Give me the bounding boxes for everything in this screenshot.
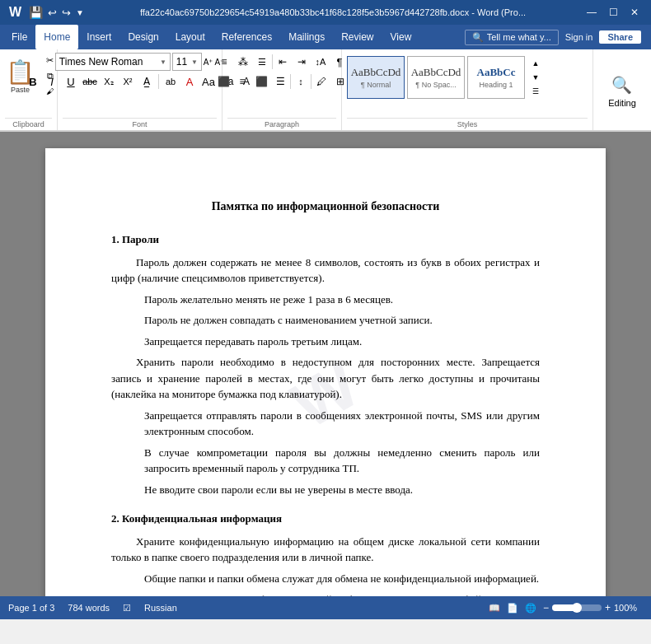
undo-icon[interactable]: ↩ bbox=[48, 7, 57, 19]
zoom-controls: − + 100% bbox=[543, 602, 643, 614]
section-1-bullet-7: Не вводите свои пароли если вы не уверен… bbox=[144, 482, 540, 498]
customize-icon[interactable]: ▼ bbox=[76, 8, 84, 17]
font-group: Times New Roman ▼ 11 ▼ A⁺ A⁻ B I U abc X… bbox=[58, 49, 222, 130]
section-1-bullet-3: Запрещается передавать пароль третьим ли… bbox=[144, 334, 540, 350]
styles-label: Styles bbox=[347, 118, 588, 130]
status-right: 📖 📄 🌐 − + 100% bbox=[489, 602, 643, 614]
separator bbox=[290, 74, 291, 89]
status-bar: Page 1 of 3 784 words ☑ Russian 📖 📄 🌐 − … bbox=[0, 596, 651, 619]
highlight-button[interactable]: ab bbox=[162, 72, 180, 91]
section-1-heading: 1. Пароли bbox=[111, 231, 540, 248]
quick-save-icon[interactable]: 💾 bbox=[29, 6, 43, 19]
subscript-button[interactable]: X₂ bbox=[100, 72, 118, 91]
section-2-bullet-1: Общие папки и папки обмена служат для об… bbox=[144, 571, 540, 587]
section-1-para-0: Пароль должен содержать не менее 8 симво… bbox=[111, 254, 540, 287]
styles-more-button[interactable]: ☰ bbox=[529, 86, 542, 97]
document-content[interactable]: Памятка по информационной безопасности 1… bbox=[111, 198, 540, 596]
section-2-bullet-2: После сканирования конфиденциальной инфо… bbox=[144, 591, 540, 596]
spell-check-icon[interactable]: ☑ bbox=[123, 603, 131, 614]
align-left-button[interactable]: ⬛ bbox=[214, 72, 232, 91]
shading-button[interactable]: 🖊 bbox=[312, 72, 330, 91]
document-area: W Памятка по информационной безопасности… bbox=[0, 132, 651, 596]
find-icon[interactable]: 🔍 bbox=[611, 75, 632, 95]
section-1-para-4: Хранить пароли необходимо в недоступном … bbox=[111, 354, 540, 403]
clipboard-label: Clipboard bbox=[5, 118, 52, 130]
multilevel-list-button[interactable]: ☰ bbox=[253, 53, 271, 71]
clear-format-button[interactable]: A̲ bbox=[138, 72, 156, 91]
separator bbox=[272, 54, 273, 69]
justify-button[interactable]: ☰ bbox=[271, 72, 289, 91]
numbering-button[interactable]: ⁂ bbox=[234, 53, 252, 71]
zoom-slider[interactable] bbox=[552, 604, 602, 611]
close-button[interactable]: ✕ bbox=[625, 4, 644, 21]
maximize-button[interactable]: ☐ bbox=[603, 4, 623, 21]
menu-references[interactable]: References bbox=[213, 25, 280, 49]
language[interactable]: Russian bbox=[144, 603, 177, 613]
editing-label: Editing bbox=[608, 98, 636, 108]
page-info: Page 1 of 3 bbox=[8, 603, 54, 613]
word-count: 784 words bbox=[68, 603, 110, 613]
line-spacing-button[interactable]: ↕ bbox=[292, 72, 310, 91]
style-normal[interactable]: AaBbCcDd ¶ Normal bbox=[347, 56, 405, 99]
style-no-spacing[interactable]: AaBbCcDd ¶ No Spac... bbox=[407, 56, 465, 99]
menu-view[interactable]: View bbox=[382, 25, 420, 49]
bullets-button[interactable]: ≡ bbox=[215, 53, 233, 71]
window-title: ffa22c40ac69750b229654c54919a480b33bc41f… bbox=[84, 7, 582, 17]
zoom-out-button[interactable]: − bbox=[543, 602, 549, 614]
tell-me-input[interactable]: 🔍Tell me what y... bbox=[465, 30, 559, 45]
strikethrough-button[interactable]: abc bbox=[81, 72, 99, 91]
minimize-button[interactable]: — bbox=[582, 4, 602, 21]
word-icon: W bbox=[7, 4, 24, 21]
align-center-button[interactable]: ≡ bbox=[233, 72, 251, 91]
menu-layout[interactable]: Layout bbox=[167, 25, 213, 49]
signin-button[interactable]: Sign in bbox=[565, 32, 593, 42]
decrease-indent-button[interactable]: ⇤ bbox=[274, 53, 292, 71]
paragraph-label: Paragraph bbox=[227, 118, 336, 130]
menu-review[interactable]: Review bbox=[333, 25, 382, 49]
menu-insert[interactable]: Insert bbox=[78, 25, 119, 49]
section-2-heading: 2. Конфиденциальная информация bbox=[111, 511, 540, 527]
font-size-selector[interactable]: 11 ▼ bbox=[172, 53, 202, 71]
share-button[interactable]: Share bbox=[599, 30, 641, 44]
editing-group: 🔍 Editing bbox=[593, 49, 651, 130]
menu-mailings[interactable]: Mailings bbox=[280, 25, 333, 49]
zoom-level[interactable]: 100% bbox=[614, 603, 643, 613]
style-heading1[interactable]: AaBbCc Heading 1 bbox=[467, 56, 525, 99]
separator bbox=[158, 74, 159, 89]
document-page: W Памятка по информационной безопасности… bbox=[45, 148, 606, 596]
redo-icon[interactable]: ↪ bbox=[62, 7, 71, 19]
paragraph-group: ≡ ⁂ ☰ ⇤ ⇥ ↕A ¶ ⬛ ≡ ⬛ ☰ ↕ 🖊 ⊞ Paragraph bbox=[222, 49, 342, 130]
font-label: Font bbox=[63, 118, 217, 130]
increase-font-button[interactable]: A⁺ bbox=[204, 58, 213, 67]
section-1-bullet-1: Пароль желательно менять не реже 1 раза … bbox=[144, 292, 540, 308]
window-controls: — ☐ ✕ bbox=[582, 4, 644, 21]
separator bbox=[311, 74, 311, 89]
section-2-para-0: Храните конфиденциальную информацию на о… bbox=[111, 534, 540, 566]
menu-design[interactable]: Design bbox=[119, 25, 166, 49]
align-right-button[interactable]: ⬛ bbox=[252, 72, 270, 91]
styles-scroll-up[interactable]: ▲ bbox=[529, 58, 542, 69]
section-1-bullet-2: Пароль не должен совпадать с наименовани… bbox=[144, 312, 540, 329]
styles-group: AaBbCcDd ¶ Normal AaBbCcDd ¶ No Spac... … bbox=[342, 49, 593, 130]
underline-button[interactable]: U bbox=[62, 72, 80, 91]
superscript-button[interactable]: X² bbox=[119, 72, 137, 91]
web-layout-icon[interactable]: 🌐 bbox=[525, 603, 536, 614]
print-layout-icon[interactable]: 📄 bbox=[507, 603, 518, 614]
menu-file[interactable]: File bbox=[3, 25, 35, 49]
menu-home[interactable]: Home bbox=[35, 25, 78, 49]
styles-scroll-down[interactable]: ▼ bbox=[529, 72, 542, 83]
section-1-bullet-6: В случае компрометации пароля вы должны … bbox=[144, 445, 540, 477]
increase-indent-button[interactable]: ⇥ bbox=[293, 53, 311, 71]
bold-button[interactable]: B bbox=[24, 72, 42, 91]
font-color-button[interactable]: A bbox=[180, 72, 199, 91]
read-mode-icon[interactable]: 📖 bbox=[489, 603, 500, 614]
title-bar-left: W 💾 ↩ ↪ ▼ bbox=[7, 4, 84, 21]
section-1-bullet-5: Запрещается отправлять пароли в сообщени… bbox=[144, 408, 540, 440]
italic-button[interactable]: I bbox=[43, 72, 61, 91]
sort-button[interactable]: ↕A bbox=[311, 53, 330, 71]
styles-scroll: ▲ ▼ ☰ bbox=[527, 56, 544, 99]
font-name-selector[interactable]: Times New Roman ▼ bbox=[55, 53, 171, 71]
ribbon: 📋 Paste ✂ ⧉ 🖌 Clipboard Times New Roman … bbox=[0, 49, 651, 132]
document-title: Памятка по информационной безопасности bbox=[111, 198, 540, 215]
zoom-in-button[interactable]: + bbox=[605, 602, 611, 614]
